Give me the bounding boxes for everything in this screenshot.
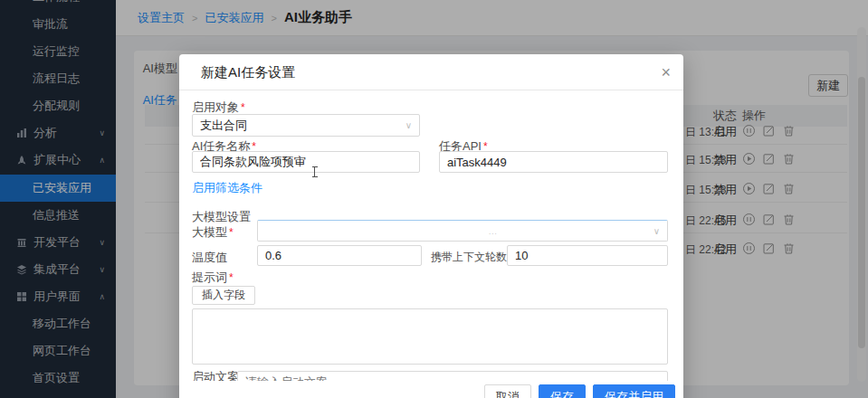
required-mark: *: [241, 101, 245, 114]
temperature-input[interactable]: [257, 245, 422, 266]
required-mark: *: [229, 226, 234, 239]
app-window: 工作流程 审批流 运行监控 流程日志 分配规则 分析 ∨ 扩展中心 ∧ 已安装应…: [0, 0, 868, 398]
prompt-label: 提示词*: [192, 270, 234, 286]
model-section-title: 大模型设置: [192, 209, 251, 225]
task-api-input[interactable]: [439, 151, 668, 173]
context-rounds-input[interactable]: [507, 245, 668, 266]
model-select[interactable]: ... ∨: [257, 220, 668, 242]
modal-title: 新建AI任务设置: [201, 54, 295, 90]
task-name-input[interactable]: [192, 151, 420, 173]
required-mark: *: [229, 271, 234, 284]
save-button[interactable]: 保存: [539, 384, 586, 398]
new-ai-task-modal: 新建AI任务设置 × 启用对象* 支出合同 ∨ AI任务名称* 任务API* 启…: [179, 54, 683, 398]
close-icon[interactable]: ×: [661, 54, 671, 90]
model-label: 大模型*: [192, 224, 234, 241]
modal-footer: 取消 保存 保存并启用: [179, 381, 683, 398]
select-loading-artifact: ...: [489, 228, 498, 236]
temperature-label: 温度值: [192, 250, 227, 266]
save-and-enable-button[interactable]: 保存并启用: [593, 384, 675, 398]
cancel-button[interactable]: 取消: [484, 384, 531, 398]
context-rounds-label: 携带上下文轮数*: [431, 250, 513, 265]
enable-target-select[interactable]: 支出合同 ∨: [192, 114, 420, 137]
chevron-down-icon: ∨: [653, 226, 660, 236]
chevron-down-icon: ∨: [405, 120, 412, 130]
modal-header: 新建AI任务设置 ×: [179, 54, 683, 90]
text-cursor: [314, 166, 315, 177]
prompt-textarea[interactable]: [192, 308, 668, 365]
insert-field-button[interactable]: 插入字段: [192, 286, 255, 305]
enable-filter-link[interactable]: 启用筛选条件: [192, 180, 262, 196]
